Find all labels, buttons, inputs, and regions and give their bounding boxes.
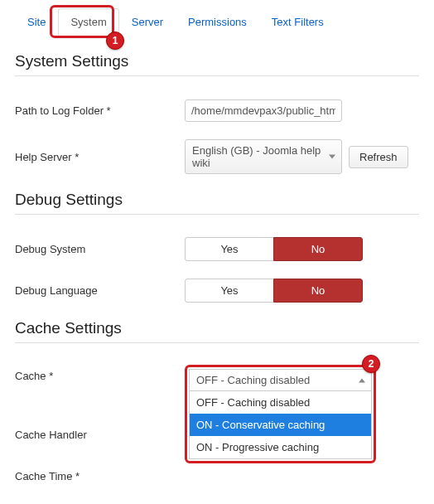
annotation-badge-1: 1 [106,32,124,50]
cache-option-off[interactable]: OFF - Caching disabled [190,391,371,414]
select-help-server[interactable]: English (GB) - Joomla help wiki [185,139,342,174]
annotation-box-cache: OFF - Caching disabled OFF - Caching dis… [185,365,376,463]
chevron-up-icon [359,378,365,382]
refresh-button[interactable]: Refresh [349,146,408,168]
cache-option-conservative[interactable]: ON - Conservative caching [190,414,371,436]
select-cache[interactable]: OFF - Caching disabled [189,369,372,391]
annotation-badge-2: 2 [362,355,380,373]
toggle-debug-system-no[interactable]: No [273,237,363,261]
row-cache-time: Cache Time * [15,463,419,488]
tab-server[interactable]: Server [119,8,176,36]
cache-option-progressive[interactable]: ON - Progressive caching [190,436,371,458]
input-log-path[interactable] [185,99,342,122]
row-cache: Cache * OFF - Caching disabled OFF - Cac… [15,365,419,463]
tab-permissions[interactable]: Permissions [176,8,259,36]
label-cache-time: Cache Time * [15,470,185,482]
row-debug-language: Debug Language Yes No [15,278,419,303]
toggle-debug-language-yes[interactable]: Yes [185,279,273,303]
section-debug-settings: Debug Settings [15,191,419,215]
chevron-down-icon [329,155,335,159]
toggle-debug-language-no[interactable]: No [273,279,363,303]
label-debug-system: Debug System [15,243,185,255]
select-cache-value: OFF - Caching disabled [196,374,310,386]
label-debug-language: Debug Language [15,284,185,297]
toggle-debug-language: Yes No [185,279,363,303]
tab-text-filters[interactable]: Text Filters [259,8,336,36]
tab-system[interactable]: System [58,8,118,36]
toggle-debug-system-yes[interactable]: Yes [185,237,273,261]
section-system-settings: System Settings [15,52,419,76]
row-log-path: Path to Log Folder * [15,98,419,123]
label-log-path: Path to Log Folder * [15,104,185,117]
row-debug-system: Debug System Yes No [15,236,419,261]
select-help-server-value: English (GB) - Joomla help wiki [192,144,321,169]
label-cache-handler: Cache Handler [15,429,185,441]
select-cache-options: OFF - Caching disabled ON - Conservative… [189,391,372,459]
label-cache: Cache * [15,365,185,382]
label-help-server: Help Server * [15,151,185,163]
config-tabs: Site System Server Permissions Text Filt… [15,8,419,36]
tab-site[interactable]: Site [15,8,58,36]
row-help-server: Help Server * English (GB) - Joomla help… [15,139,419,174]
toggle-debug-system: Yes No [185,237,363,261]
section-cache-settings: Cache Settings [15,319,419,343]
